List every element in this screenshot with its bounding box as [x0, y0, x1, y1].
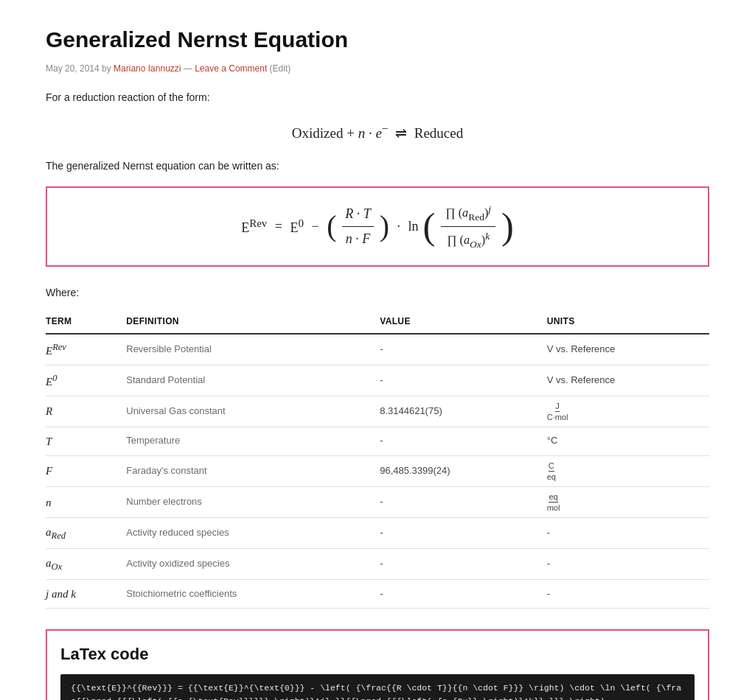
- term-cell: j and k: [46, 580, 126, 609]
- value-cell: 8.3144621(75): [380, 396, 547, 427]
- table-row: j and kStoichiometric coefficients--: [46, 580, 709, 609]
- rt-nf-fraction: R · T n · F: [342, 203, 374, 250]
- latex-title: LaTex code: [60, 641, 695, 667]
- article-by: by: [102, 63, 111, 74]
- table-row: nNumber electrons-eqmol: [46, 487, 709, 518]
- header-row: TERM DEFINITION VALUE UNITS: [46, 309, 709, 334]
- where-label: Where:: [46, 284, 709, 301]
- table-row: TTemperature-°C: [46, 427, 709, 455]
- intro-text: For a reduction reaction of the form:: [46, 89, 709, 105]
- right-paren-1: ): [380, 214, 389, 239]
- right-paren-2: ): [501, 213, 514, 241]
- comment-link[interactable]: Leave a Comment: [195, 63, 267, 74]
- page-wrapper: Generalized Nernst Equation May 20, 2014…: [16, 0, 739, 700]
- table-header: TERM DEFINITION VALUE UNITS: [46, 309, 709, 334]
- article-date: May 20, 2014: [46, 63, 100, 74]
- e-zero: E0: [290, 214, 304, 239]
- minus-sign: −: [308, 216, 322, 237]
- prod-numerator: ∏ (aRed)j: [441, 201, 495, 227]
- left-paren-1: (: [327, 214, 336, 239]
- table-row: FFaraday's constant96,485.3399(24)Ceq: [46, 455, 709, 486]
- nernst-formula: ERev = E0 − ( R · T n · F ) · ln ( ∏ (aR…: [241, 201, 514, 252]
- nernst-equation-box: ERev = E0 − ( R · T n · F ) · ln ( ∏ (aR…: [46, 186, 709, 267]
- term-cell: aRed: [46, 518, 126, 549]
- units-cell: JC·mol: [547, 396, 709, 427]
- meta-separator: —: [184, 63, 195, 74]
- table-body: ERevReversible Potential-V vs. Reference…: [46, 334, 709, 609]
- oxidized-eq-text: Oxidized + n · e− ⇌ Reduced: [292, 119, 463, 145]
- definition-cell: Number electrons: [126, 487, 380, 518]
- eq-sign: =: [271, 216, 285, 237]
- units-cell: Ceq: [547, 455, 709, 486]
- author-link[interactable]: Mariano Iannuzzi: [114, 63, 181, 74]
- value-cell: -: [380, 487, 547, 518]
- table-row: aRedActivity reduced species--: [46, 518, 709, 549]
- latex-section: LaTex code {{\text{E}}^{{Rev}}} = {{\tex…: [46, 629, 709, 700]
- definition-cell: Universal Gas constant: [126, 396, 380, 427]
- definition-cell: Faraday's constant: [126, 455, 380, 486]
- term-cell: ERev: [46, 334, 126, 365]
- units-cell: -: [547, 580, 709, 609]
- table-row: E0Standard Potential-V vs. Reference: [46, 365, 709, 396]
- units-cell: -: [547, 518, 709, 549]
- terms-table: TERM DEFINITION VALUE UNITS ERevReversib…: [46, 309, 709, 609]
- units-cell: V vs. Reference: [547, 365, 709, 396]
- term-cell: T: [46, 427, 126, 455]
- units-cell: V vs. Reference: [547, 334, 709, 365]
- table-row: ERevReversible Potential-V vs. Reference: [46, 334, 709, 365]
- col-header-units: UNITS: [547, 309, 709, 334]
- term-cell: E0: [46, 365, 126, 396]
- units-cell: °C: [547, 427, 709, 455]
- col-header-term: TERM: [46, 309, 126, 334]
- article-meta: May 20, 2014 by Mariano Iannuzzi — Leave…: [46, 62, 709, 76]
- definition-cell: Activity reduced species: [126, 518, 380, 549]
- latex-code[interactable]: {{\text{E}}^{{Rev}}} = {{\text{E}}^{\tex…: [60, 674, 695, 700]
- term-cell: F: [46, 455, 126, 486]
- value-cell: -: [380, 334, 547, 365]
- value-cell: -: [380, 518, 547, 549]
- value-cell: -: [380, 580, 547, 609]
- col-header-definition: DEFINITION: [126, 309, 380, 334]
- definition-cell: Standard Potential: [126, 365, 380, 396]
- value-cell: -: [380, 427, 547, 455]
- prod-denominator: ∏ (aOx)k: [442, 227, 494, 252]
- value-cell: 96,485.3399(24): [380, 455, 547, 486]
- term-cell: n: [46, 487, 126, 518]
- fraction-numerator: R · T: [342, 203, 374, 227]
- product-fraction: ∏ (aRed)j ∏ (aOx)k: [441, 201, 495, 252]
- dot-sign: ·: [394, 216, 404, 237]
- value-cell: -: [380, 365, 547, 396]
- e-rev: ERev: [241, 214, 267, 239]
- units-cell: -: [547, 549, 709, 580]
- table-row: RUniversal Gas constant8.3144621(75)JC·m…: [46, 396, 709, 427]
- definition-cell: Activity oxidized species: [126, 549, 380, 580]
- fraction-denominator: n · F: [343, 227, 374, 250]
- term-cell: R: [46, 396, 126, 427]
- ln-word: ln: [408, 216, 419, 237]
- col-header-value: VALUE: [380, 309, 547, 334]
- units-cell: eqmol: [547, 487, 709, 518]
- subtext: The generalized Nernst equation can be w…: [46, 158, 709, 174]
- definition-cell: Stoichiometric coefficients: [126, 580, 380, 609]
- left-paren-2: (: [423, 213, 436, 241]
- definition-cell: Reversible Potential: [126, 334, 380, 365]
- oxidized-equation: Oxidized + n · e− ⇌ Reduced: [46, 119, 709, 145]
- term-cell: aOx: [46, 549, 126, 580]
- table-row: aOxActivity oxidized species--: [46, 549, 709, 580]
- definition-cell: Temperature: [126, 427, 380, 455]
- value-cell: -: [380, 549, 547, 580]
- edit-link: (Edit): [270, 63, 291, 74]
- article-title: Generalized Nernst Equation: [46, 22, 709, 57]
